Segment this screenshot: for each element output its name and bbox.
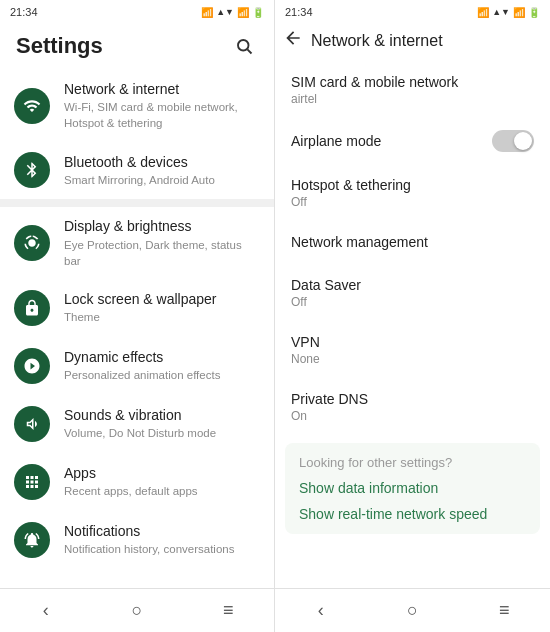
settings-item-notifications[interactable]: Notifications Notification history, conv…: [0, 511, 274, 569]
notifications-subtitle: Notification history, conversations: [64, 541, 260, 557]
apps-subtitle: Recent apps, default apps: [64, 483, 260, 499]
notifications-text: Notifications Notification history, conv…: [64, 522, 260, 557]
airplane-title: Airplane mode: [291, 132, 381, 150]
right-item-privatedns[interactable]: Private DNS On: [275, 378, 550, 435]
datasaver-title: Data Saver: [291, 276, 534, 294]
vpn-title: VPN: [291, 333, 534, 351]
left-nav-menu[interactable]: ≡: [198, 589, 258, 633]
right-item-datasaver[interactable]: Data Saver Off: [275, 264, 550, 321]
right-settings-list: SIM card & mobile network airtel Airplan…: [275, 61, 550, 588]
show-network-speed-link[interactable]: Show real-time network speed: [299, 506, 526, 522]
right-status-bar: 21:34 📶 ▲▼ 📶 🔋: [275, 0, 550, 24]
settings-item-apps[interactable]: Apps Recent apps, default apps: [0, 453, 274, 511]
network-mgmt-title: Network management: [291, 233, 534, 251]
left-header: Settings: [0, 24, 274, 70]
bluetooth-title: Bluetooth & devices: [64, 153, 260, 171]
bottom-card: Looking for other settings? Show data in…: [285, 443, 540, 534]
lockscreen-icon: [14, 290, 50, 326]
airplane-row: Airplane mode: [291, 130, 534, 152]
right-nav-menu[interactable]: ≡: [474, 589, 534, 633]
right-header: Network & internet: [275, 24, 550, 61]
settings-item-sounds[interactable]: Sounds & vibration Volume, Do Not Distur…: [0, 395, 274, 453]
airplane-toggle[interactable]: [492, 130, 534, 152]
network-icon: [14, 88, 50, 124]
privatedns-title: Private DNS: [291, 390, 534, 408]
lockscreen-title: Lock screen & wallpaper: [64, 290, 260, 308]
display-subtitle: Eye Protection, Dark theme, status bar: [64, 237, 260, 269]
right-item-airplane[interactable]: Airplane mode: [275, 118, 550, 164]
notifications-title: Notifications: [64, 522, 260, 540]
hotspot-subtitle: Off: [291, 195, 534, 209]
svg-line-1: [247, 49, 251, 53]
search-button[interactable]: [230, 32, 258, 60]
sounds-text: Sounds & vibration Volume, Do Not Distur…: [64, 406, 260, 441]
apps-title: Apps: [64, 464, 260, 482]
datasaver-subtitle: Off: [291, 295, 534, 309]
left-nav-home[interactable]: ○: [107, 589, 167, 633]
left-nav-bar: ‹ ○ ≡: [0, 588, 274, 632]
right-nav-home[interactable]: ○: [382, 589, 442, 633]
settings-item-bluetooth[interactable]: Bluetooth & devices Smart Mirroring, And…: [0, 141, 274, 199]
settings-item-network[interactable]: Network & internet Wi-Fi, SIM card & mob…: [0, 70, 274, 141]
right-nav-back[interactable]: ‹: [291, 589, 351, 633]
privatedns-subtitle: On: [291, 409, 534, 423]
display-title: Display & brightness: [64, 217, 260, 235]
display-text: Display & brightness Eye Protection, Dar…: [64, 217, 260, 268]
right-item-hotspot[interactable]: Hotspot & tethering Off: [275, 164, 550, 221]
dynamic-text: Dynamic effects Personalized animation e…: [64, 348, 260, 383]
network-title: Network & internet: [64, 80, 260, 98]
show-data-information-link[interactable]: Show data information: [299, 480, 526, 496]
dynamic-title: Dynamic effects: [64, 348, 260, 366]
left-nav-back[interactable]: ‹: [16, 589, 76, 633]
settings-item-dynamic[interactable]: Dynamic effects Personalized animation e…: [0, 337, 274, 395]
apps-text: Apps Recent apps, default apps: [64, 464, 260, 499]
right-panel-title: Network & internet: [311, 32, 443, 50]
bluetooth-text: Bluetooth & devices Smart Mirroring, And…: [64, 153, 260, 188]
network-text: Network & internet Wi-Fi, SIM card & mob…: [64, 80, 260, 131]
right-nav-bar: ‹ ○ ≡: [275, 588, 550, 632]
vpn-subtitle: None: [291, 352, 534, 366]
svg-point-0: [238, 40, 249, 51]
settings-title: Settings: [16, 33, 103, 59]
right-status-icons: 📶 ▲▼ 📶 🔋: [477, 7, 540, 18]
hotspot-title: Hotspot & tethering: [291, 176, 534, 194]
settings-item-lockscreen[interactable]: Lock screen & wallpaper Theme: [0, 279, 274, 337]
left-status-bar: 21:34 📶 ▲▼ 📶 🔋: [0, 0, 274, 24]
right-item-network-mgmt[interactable]: Network management: [275, 221, 550, 263]
left-status-icons: 📶 ▲▼ 📶 🔋: [201, 7, 264, 18]
right-item-vpn[interactable]: VPN None: [275, 321, 550, 378]
simcard-title: SIM card & mobile network: [291, 73, 534, 91]
left-time: 21:34: [10, 6, 38, 18]
dynamic-subtitle: Personalized animation effects: [64, 367, 260, 383]
lockscreen-subtitle: Theme: [64, 309, 260, 325]
right-item-simcard[interactable]: SIM card & mobile network airtel: [275, 61, 550, 118]
bluetooth-icon: [14, 152, 50, 188]
right-back-button[interactable]: [283, 28, 303, 53]
notifications-icon: [14, 522, 50, 558]
settings-item-display[interactable]: Display & brightness Eye Protection, Dar…: [0, 207, 274, 278]
display-icon: [14, 225, 50, 261]
sounds-icon: [14, 406, 50, 442]
sounds-subtitle: Volume, Do Not Disturb mode: [64, 425, 260, 441]
network-subtitle: Wi-Fi, SIM card & mobile network, Hotspo…: [64, 99, 260, 131]
right-time: 21:34: [285, 6, 313, 18]
left-panel: 21:34 📶 ▲▼ 📶 🔋 Settings Netw: [0, 0, 275, 632]
apps-icon: [14, 464, 50, 500]
sounds-title: Sounds & vibration: [64, 406, 260, 424]
lockscreen-text: Lock screen & wallpaper Theme: [64, 290, 260, 325]
dynamic-icon: [14, 348, 50, 384]
bluetooth-subtitle: Smart Mirroring, Android Auto: [64, 172, 260, 188]
bottom-card-title: Looking for other settings?: [299, 455, 526, 470]
right-panel: 21:34 📶 ▲▼ 📶 🔋 Network & internet SIM ca…: [275, 0, 550, 632]
simcard-subtitle: airtel: [291, 92, 534, 106]
settings-list: Network & internet Wi-Fi, SIM card & mob…: [0, 70, 274, 588]
section-divider-1: [0, 199, 274, 207]
